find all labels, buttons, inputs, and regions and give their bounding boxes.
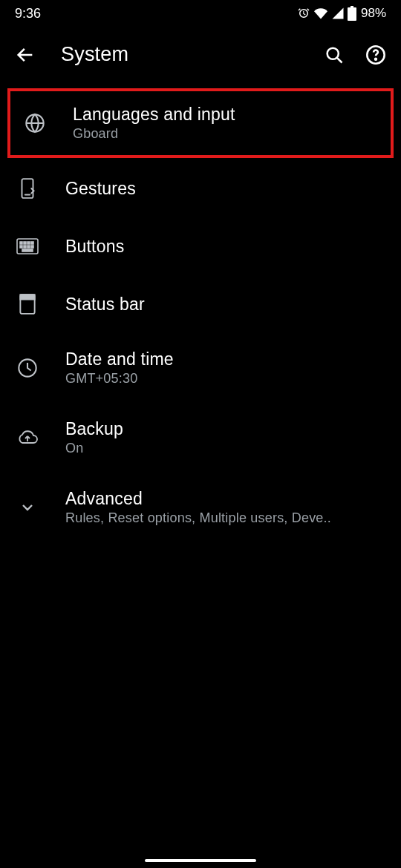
cloud-upload-icon <box>16 427 39 449</box>
search-button[interactable] <box>324 45 345 65</box>
item-date-time[interactable]: Date and time GMT+05:30 <box>0 333 401 403</box>
statusbar-icon <box>16 293 39 315</box>
signal-icon <box>331 7 345 20</box>
page-title: System <box>61 43 299 66</box>
help-button[interactable] <box>365 45 386 65</box>
item-title: Advanced <box>65 489 385 509</box>
globe-icon <box>24 112 46 134</box>
item-subtitle: Rules, Reset options, Multiple users, De… <box>65 510 370 526</box>
app-bar: System <box>0 27 401 82</box>
back-button[interactable] <box>15 45 36 65</box>
item-title: Languages and input <box>73 105 377 125</box>
svg-point-0 <box>327 47 339 59</box>
status-time: 9:36 <box>15 6 41 22</box>
item-buttons[interactable]: Buttons <box>0 217 401 275</box>
item-title: Gestures <box>65 179 385 199</box>
svg-rect-14 <box>22 249 33 251</box>
chevron-down-icon <box>16 496 39 519</box>
item-subtitle: On <box>65 441 370 456</box>
item-languages-input[interactable]: Languages and input Gboard <box>7 88 394 158</box>
item-backup[interactable]: Backup On <box>0 403 401 473</box>
battery-percent: 98% <box>361 6 386 21</box>
item-title: Date and time <box>65 349 385 369</box>
item-title: Buttons <box>65 237 385 257</box>
settings-list: Languages and input Gboard Gestures Butt… <box>0 82 401 542</box>
svg-rect-13 <box>31 246 33 248</box>
item-subtitle: Gboard <box>73 126 377 142</box>
item-title: Status bar <box>65 295 385 315</box>
svg-rect-10 <box>20 246 22 248</box>
battery-icon <box>348 6 356 21</box>
svg-rect-16 <box>20 295 34 299</box>
svg-rect-6 <box>20 242 22 244</box>
svg-point-2 <box>375 58 376 59</box>
item-subtitle: GMT+05:30 <box>65 371 370 387</box>
item-gestures[interactable]: Gestures <box>0 160 401 217</box>
svg-rect-12 <box>27 246 30 248</box>
item-title: Backup <box>65 419 385 439</box>
keyboard-icon <box>16 235 39 257</box>
wifi-icon <box>313 7 328 20</box>
item-status-bar[interactable]: Status bar <box>0 275 401 333</box>
alarm-icon <box>297 7 310 20</box>
gestures-icon <box>16 177 39 200</box>
svg-rect-8 <box>27 242 30 244</box>
svg-rect-11 <box>24 246 26 248</box>
nav-indicator[interactable] <box>145 859 256 862</box>
svg-rect-9 <box>31 242 33 244</box>
svg-rect-7 <box>24 242 26 244</box>
status-bar: 9:36 98% <box>0 0 401 27</box>
item-advanced[interactable]: Advanced Rules, Reset options, Multiple … <box>0 473 401 542</box>
status-icons: 98% <box>297 6 386 21</box>
clock-icon <box>16 357 39 379</box>
